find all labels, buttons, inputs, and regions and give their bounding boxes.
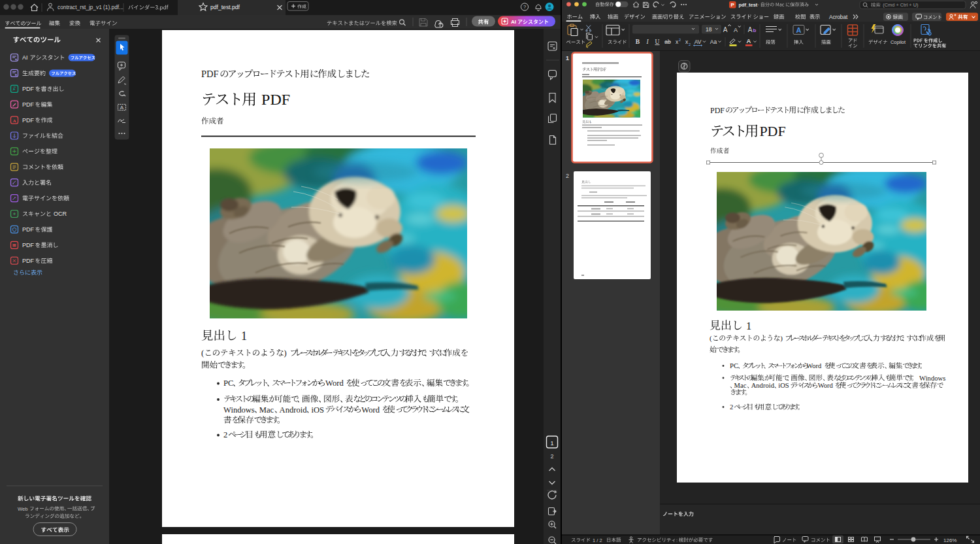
svg-text:A: A bbox=[734, 27, 738, 33]
svg-text:AI: AI bbox=[22, 54, 28, 61]
svg-text:Word: Word bbox=[325, 379, 344, 388]
svg-text:U: U bbox=[655, 39, 660, 45]
svg-text:Windows: Windows bbox=[919, 375, 945, 382]
svg-text:?: ? bbox=[523, 4, 526, 10]
svg-text:B: B bbox=[636, 39, 640, 45]
svg-text:Android: Android bbox=[751, 382, 775, 389]
svg-text:pdf_test: pdf_test bbox=[739, 2, 758, 8]
svg-text:2: 2 bbox=[689, 42, 691, 46]
svg-text:A: A bbox=[723, 26, 728, 33]
svg-text:1: 1 bbox=[746, 320, 751, 332]
svg-text:): ) bbox=[284, 348, 287, 358]
svg-text:(: ( bbox=[710, 334, 712, 343]
svg-text:PC: PC bbox=[223, 379, 233, 388]
svg-text:PDF: PDF bbox=[22, 117, 35, 124]
svg-text:PDF: PDF bbox=[22, 258, 35, 264]
svg-text:2: 2 bbox=[566, 173, 569, 179]
svg-text:AI: AI bbox=[511, 19, 516, 25]
svg-text:(: ( bbox=[201, 348, 204, 358]
svg-text:Web: Web bbox=[18, 506, 27, 512]
svg-text:AV: AV bbox=[694, 39, 702, 45]
svg-text:A: A bbox=[796, 26, 802, 34]
svg-text:1: 1 bbox=[241, 330, 247, 343]
svg-text:PC: PC bbox=[730, 362, 738, 369]
svg-text:Mac: Mac bbox=[734, 382, 747, 389]
svg-text:PDF: PDF bbox=[22, 226, 35, 233]
svg-text:18: 18 bbox=[706, 26, 712, 33]
svg-text:Word: Word bbox=[818, 382, 834, 389]
svg-text:2: 2 bbox=[679, 38, 681, 42]
svg-text:iOS: iOS bbox=[778, 382, 789, 389]
svg-text:1: 1 bbox=[566, 55, 569, 61]
svg-text:2: 2 bbox=[730, 403, 733, 411]
svg-text:Windows: Windows bbox=[223, 405, 255, 415]
svg-text:A: A bbox=[748, 26, 753, 33]
svg-text:PDF: PDF bbox=[710, 106, 725, 115]
svg-text:PDF: PDF bbox=[22, 242, 35, 248]
svg-text:OCR: OCR bbox=[54, 211, 67, 217]
svg-text:P: P bbox=[731, 2, 735, 8]
svg-text:A: A bbox=[12, 118, 16, 124]
svg-text:126%: 126% bbox=[943, 537, 956, 543]
svg-text:PDF: PDF bbox=[261, 91, 290, 108]
svg-text:PDF: PDF bbox=[22, 101, 35, 108]
svg-text:contract_rst_jp_v1 (1).pdf...: contract_rst_jp_v1 (1).pdf... bbox=[57, 4, 123, 10]
svg-text:1 / 2: 1 / 2 bbox=[593, 537, 602, 543]
svg-text:A: A bbox=[747, 37, 751, 44]
svg-text:PDF: PDF bbox=[22, 86, 35, 92]
svg-text:A: A bbox=[120, 105, 124, 110]
svg-text:2: 2 bbox=[550, 453, 553, 460]
svg-text:b: b bbox=[753, 27, 757, 33]
svg-text:PDF: PDF bbox=[201, 69, 219, 79]
svg-text:Word: Word bbox=[806, 362, 822, 369]
svg-text:Word: Word bbox=[361, 405, 380, 415]
svg-text:): ) bbox=[780, 334, 783, 343]
svg-text:Mac: Mac bbox=[259, 405, 274, 415]
svg-text:PDF: PDF bbox=[759, 123, 785, 139]
svg-text:Acrobat: Acrobat bbox=[829, 14, 848, 20]
svg-text:iOS: iOS bbox=[311, 405, 324, 415]
svg-text:pdf_test.pdf: pdf_test.pdf bbox=[210, 4, 240, 10]
svg-text:Aa: Aa bbox=[710, 39, 717, 45]
svg-text:1: 1 bbox=[550, 440, 553, 447]
svg-text:Android: Android bbox=[280, 405, 308, 415]
svg-text:2: 2 bbox=[223, 430, 227, 439]
svg-text:(Cmd + Ctrl + U): (Cmd + Ctrl + U) bbox=[883, 2, 918, 8]
svg-text:Copilot: Copilot bbox=[890, 39, 906, 45]
